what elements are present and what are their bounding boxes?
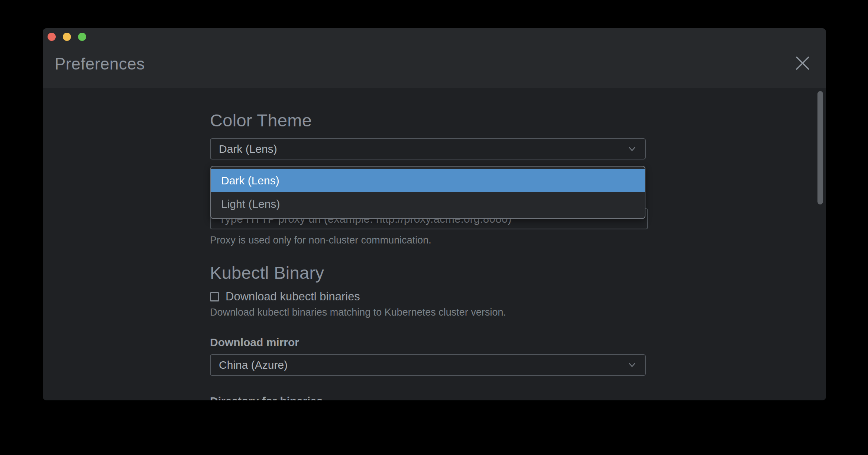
download-kubectl-label[interactable]: Download kubectl binaries [226,290,360,303]
minimize-traffic-light-icon[interactable] [63,33,71,41]
preferences-window: Preferences Color Theme Dark (Lens) Dark… [43,28,826,400]
dropdown-option-label: Light (Lens) [221,198,280,210]
color-theme-heading: Color Theme [210,112,646,129]
titlebar: Preferences [43,28,826,88]
close-button[interactable] [792,54,813,74]
directory-for-binaries-label: Directory for binaries [210,395,646,400]
download-mirror-select-value: China (Azure) [219,359,288,371]
dropdown-option-label: Dark (Lens) [221,174,279,187]
preferences-content: Color Theme Dark (Lens) Dark (Lens) Ligh… [43,88,826,400]
color-theme-select-value: Dark (Lens) [219,143,277,155]
traffic-lights [48,33,86,41]
download-kubectl-checkbox[interactable] [210,292,219,301]
page-title: Preferences [55,56,145,72]
zoom-traffic-light-icon[interactable] [78,33,86,41]
kubectl-binary-heading: Kubectl Binary [210,264,646,281]
chevron-down-icon [626,143,638,155]
download-mirror-select[interactable]: China (Azure) [210,354,646,376]
dropdown-option-light[interactable]: Light (Lens) [211,192,645,216]
chevron-down-icon [626,359,638,371]
proxy-caption: Proxy is used only for non-cluster commu… [210,234,646,246]
color-theme-select[interactable]: Dark (Lens) [210,138,646,159]
kubectl-caption: Download kubectl binaries matching to Ku… [210,306,646,318]
download-mirror-label: Download mirror [210,336,646,349]
close-icon [795,55,810,72]
dropdown-option-dark[interactable]: Dark (Lens) [211,169,645,192]
color-theme-dropdown: Dark (Lens) Light (Lens) [210,166,645,219]
vertical-scrollbar-thumb[interactable] [817,91,823,204]
close-traffic-light-icon[interactable] [48,33,56,41]
download-kubectl-row: Download kubectl binaries [210,290,646,303]
